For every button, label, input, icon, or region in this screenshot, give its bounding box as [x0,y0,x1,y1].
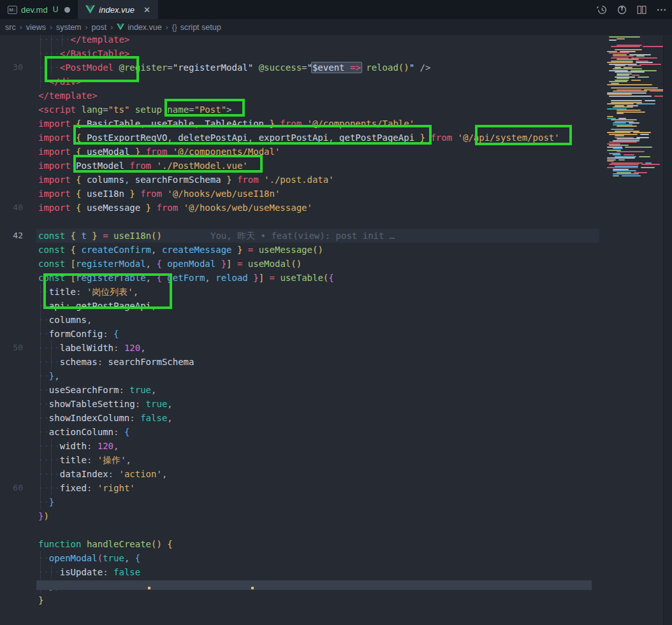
tab-index-vue[interactable]: index.vue ✕ [78,0,158,19]
code-line[interactable]: import { BasicTable, useTable, TableActi… [0,117,602,131]
code-line[interactable]: } [0,593,602,607]
breadcrumb-item-system[interactable]: system [56,23,82,32]
code-line[interactable]: <script lang="ts" setup name="Post"> [0,103,602,117]
code-token: , [167,133,172,143]
code-line[interactable]: 50····labelWidth: 120, [0,341,602,355]
code-line[interactable]: function handleCreate() { [0,537,602,551]
code-line[interactable]: ··formConfig: { [0,327,602,341]
code-line[interactable]: ··} [0,495,602,509]
code-line[interactable]: ··actionColumn: { [0,425,602,439]
code-token: @success [259,62,302,73]
code-line[interactable]: const [registerModal, { openModal }] = u… [0,257,602,271]
code-token [140,399,145,409]
code-token: const [38,259,65,269]
code-token: ·· [38,399,49,409]
code-line[interactable]: import { columns, searchFormSchema } fro… [0,173,602,187]
more-actions-icon[interactable] [656,4,667,15]
code-line[interactable]: 42const { t } = useI18n()You, 昨天 • feat(… [0,229,602,243]
minimap-line [611,87,658,89]
code-token: reload [210,273,253,283]
code-token: getPostPageApi [71,301,151,311]
code-line[interactable]: ··api: getPostPageApi, [0,299,602,313]
code-editor[interactable]: ······</template>····</BasicTable>30····… [0,35,602,625]
code-line[interactable]: ··}, [0,369,602,383]
code-line[interactable] [0,215,602,229]
code-line[interactable]: ··</div> [0,75,602,89]
minimap-line [607,167,638,168]
code-line[interactable] [0,523,602,537]
code-line[interactable]: ····dataIndex: 'action', [0,467,602,481]
tab-dev-md[interactable]: M↓ dev.md U [0,0,78,19]
code-line[interactable]: import { useI18n } from '@/hooks/web/use… [0,187,602,201]
breadcrumb-item-script-setup[interactable]: {}script setup [172,23,221,32]
minimap-line [639,64,661,65]
breadcrumb-item-index-vue[interactable]: index.vue [117,23,162,32]
code-line[interactable]: ··showTableSetting: true, [0,397,602,411]
code-line[interactable]: ····</BasicTable> [0,47,602,61]
code-line[interactable]: 60····fixed: 'right' [0,481,602,495]
code-token: <PostModel [60,62,113,73]
code-token: true [129,385,151,395]
code-token: /> [420,62,431,73]
code-token: = [302,62,307,73]
code-line[interactable]: ····isUpdate: false [0,565,602,579]
breadcrumb-item-src[interactable]: src [5,23,16,32]
code-line[interactable]: 30····<PostModel @register="registerModa… [0,61,602,75]
unsaved-dot-icon[interactable] [64,7,70,13]
minimap-line [611,46,640,47]
code-token: , [146,259,151,269]
clipped-glyph [148,587,150,589]
code-token: 120 [124,343,140,353]
code-token [253,245,258,255]
code-token: useTable [280,273,323,283]
code-line[interactable]: 40import { useMessage } from '@/hooks/we… [0,201,602,215]
code-token [65,245,70,255]
code-line[interactable]: ··title: '岗位列表', [0,285,602,299]
code-line[interactable]: ··columns, [0,313,602,327]
close-icon[interactable]: ✕ [143,5,150,15]
code-line[interactable]: import { useModal } from '@/components/M… [0,145,602,159]
code-token: const [38,231,65,241]
code-line[interactable]: ··openModal(true, { [0,551,602,565]
breadcrumb-separator: › [20,23,22,32]
code-line[interactable]: import PostModel from './PostModel.vue' [0,159,602,173]
code-line[interactable] [0,607,602,621]
code-token: , [167,399,172,409]
code-line[interactable]: ····width: 120, [0,439,602,453]
code-token [264,273,269,283]
code-token: reload [366,62,398,73]
code-token: actionColumn [49,427,113,437]
code-line[interactable]: ··useSearchForm: true, [0,383,602,397]
code-line[interactable]: import { PostExportReqVO, deletePostApi,… [0,131,602,145]
code-token [71,175,76,185]
scrollbar[interactable] [663,35,672,625]
code-token [81,287,86,297]
code-line[interactable]: ····title: '操作', [0,453,602,467]
code-line[interactable]: ····schemas: searchFormSchema [0,355,602,369]
code-token: ·· [38,301,49,311]
history-icon[interactable] [597,4,608,15]
split-editor-icon[interactable] [636,4,647,15]
code-line[interactable]: const [registerTable, { getForm, reload … [0,271,602,285]
code-line[interactable]: ··showIndexColumn: false, [0,411,602,425]
code-token: => [350,62,361,73]
code-line[interactable]: ······</template> [0,35,602,47]
code-line[interactable]: </template> [0,89,602,103]
compass-icon[interactable] [617,4,627,15]
minimap-line [609,145,629,146]
breadcrumb-item-views[interactable]: views [26,23,46,32]
code-line[interactable]: const { createConfirm, createMessage } =… [0,243,602,257]
breadcrumb-item-post[interactable]: post [92,23,107,32]
minimap[interactable] [602,35,663,625]
code-token [65,231,70,241]
code-token: searchFormSchema [103,357,194,367]
code-token: , [151,301,156,311]
minimap-line [611,100,642,101]
code-token: , [248,133,253,143]
code-token: } [135,147,140,157]
code-line[interactable]: }) [0,509,602,523]
code-token: <script [38,104,76,115]
code-token: ·· [38,553,49,563]
minimap-line [617,75,629,76]
minimap-line [607,103,634,104]
